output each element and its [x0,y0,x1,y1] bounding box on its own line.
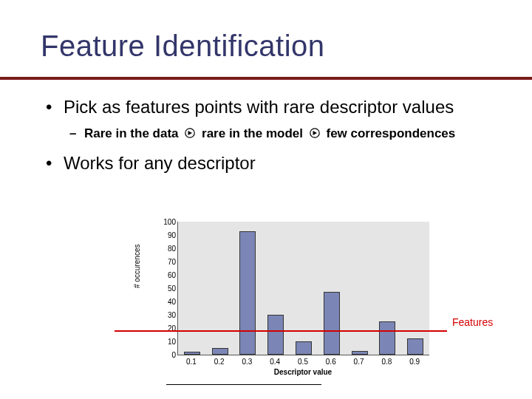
y-tick: 100 [155,218,176,226]
sub-bullet-1: Rare in the data rare in the model few c… [69,126,491,142]
y-tick: 30 [155,311,176,319]
bullet-list: Pick as features points with rare descri… [46,96,491,179]
y-tick: 80 [155,245,176,253]
x-tick: 0.4 [270,358,280,366]
histogram-bar [239,231,256,355]
threshold-line [115,330,447,332]
features-label: Features [452,316,493,328]
histogram-bar [379,321,395,355]
implies-icon [185,126,195,142]
slide: Feature Identification Pick as features … [0,0,532,399]
x-tick: 0.9 [409,358,420,366]
histogram-bar [407,338,423,355]
implies-icon [310,126,320,142]
x-axis-label: Descriptor value [177,368,429,376]
y-tick: 60 [155,271,176,279]
histogram-chart: # occurences Descriptor value 0102030405… [140,222,436,384]
y-axis-label: # occurences [133,245,141,288]
x-tick: 0.2 [214,358,225,366]
sub-part-c: few correspondences [326,126,455,140]
histogram-bar [212,348,228,355]
x-tick: 0.3 [242,358,252,366]
x-tick: 0.5 [298,358,308,366]
histogram-bar [352,351,368,355]
y-tick: 70 [155,258,176,266]
bullet-2: Works for any descriptor [46,152,491,174]
x-tick: 0.1 [186,358,197,366]
histogram-bar [324,292,340,355]
y-tick: 40 [155,298,176,306]
y-tick: 10 [155,338,176,346]
bullet-1: Pick as features points with rare descri… [46,96,491,118]
slide-title: Feature Identification [41,30,325,63]
x-tick: 0.8 [381,358,392,366]
y-tick: 50 [155,284,176,293]
sub-part-b: rare in the model [202,126,303,140]
y-tick: 0 [155,351,176,359]
histogram-bar [267,315,284,355]
x-tick: 0.6 [326,358,336,366]
histogram-bar [184,352,200,355]
x-tick: 0.7 [354,358,364,366]
histogram-bar [296,341,312,355]
title-rule [0,77,532,80]
chart-underline [166,384,321,385]
y-tick: 90 [155,231,176,239]
sub-part-a: Rare in the data [84,126,179,140]
plot-area [177,222,429,355]
